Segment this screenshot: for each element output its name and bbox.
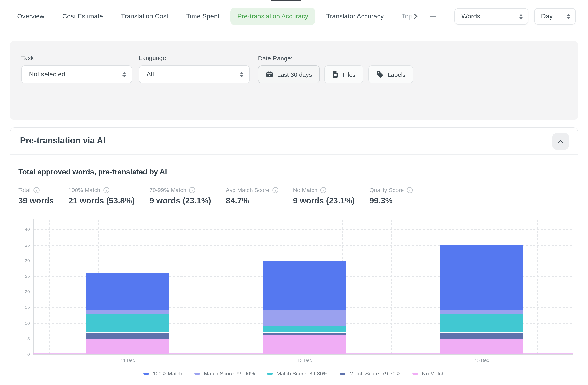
legend-label: Match Score: 99-90% xyxy=(204,370,255,377)
bar-segment xyxy=(86,332,169,339)
x-tick-mark xyxy=(482,354,482,356)
updown-arrows-icon xyxy=(566,13,570,20)
updown-arrows-icon xyxy=(122,71,126,77)
stat-block: 70-99% Match9 words (23.1%) xyxy=(149,187,211,205)
x-axis-line xyxy=(34,354,573,355)
stat-block: Quality Score99.3% xyxy=(369,187,413,205)
legend-label: Match Score: 89-80% xyxy=(277,370,328,377)
task-select-value: Not selected xyxy=(29,71,122,78)
report-tab-bar: Overview Cost Estimate Translation Cost … xyxy=(0,0,588,33)
legend-item[interactable]: Match Score: 99-90% xyxy=(195,370,255,377)
y-tick-label: 30 xyxy=(10,258,30,263)
y-tick-label: 15 xyxy=(10,305,30,310)
legend-item[interactable]: No Match xyxy=(413,370,445,377)
file-icon xyxy=(332,71,338,78)
stat-label: 100% Match xyxy=(68,187,135,193)
bar-segment xyxy=(440,310,524,314)
y-tick-label: 25 xyxy=(10,274,30,278)
stat-value: 84.7% xyxy=(226,196,278,205)
stat-value: 9 words (23.1%) xyxy=(293,196,355,205)
legend-label: Match Score: 79-70% xyxy=(349,370,400,377)
tab-pre-translation-accuracy[interactable]: Pre-translation Accuracy xyxy=(231,8,315,25)
bar-segment xyxy=(440,314,524,332)
y-tick-label: 10 xyxy=(10,321,30,325)
bar-segment xyxy=(86,314,169,332)
stat-value: 21 words (53.8%) xyxy=(68,196,135,205)
task-label: Task xyxy=(21,54,34,61)
tab-top-truncated[interactable]: Top xyxy=(402,13,412,20)
bar-segment xyxy=(263,332,346,335)
stat-block: No Match9 words (23.1%) xyxy=(293,187,355,205)
period-select-value: Day xyxy=(541,13,566,20)
info-icon[interactable] xyxy=(189,187,195,193)
stat-value: 9 words (23.1%) xyxy=(149,196,211,205)
add-tab-icon[interactable] xyxy=(430,13,436,20)
filter-panel: Task Not selected Language All Date Rang… xyxy=(10,41,578,120)
x-tick-label: 11 Dec xyxy=(86,358,169,363)
date-range-button[interactable]: Last 30 days xyxy=(258,65,320,83)
chevron-right-icon[interactable] xyxy=(413,14,419,19)
stat-label: Quality Score xyxy=(369,187,413,193)
v-gridline xyxy=(245,220,245,354)
card-header: Pre-translation via AI xyxy=(10,128,578,155)
chart-legend: 100% MatchMatch Score: 99-90%Match Score… xyxy=(10,370,578,377)
info-icon[interactable] xyxy=(33,187,39,193)
stat-label: 70-99% Match xyxy=(149,187,211,193)
y-tick-label: 20 xyxy=(10,289,30,294)
tab-translation-cost[interactable]: Translation Cost xyxy=(121,13,168,20)
x-tick-label: 15 Dec xyxy=(440,358,524,363)
legend-marker-icon xyxy=(195,373,200,374)
stat-label: Total xyxy=(18,187,54,193)
info-icon[interactable] xyxy=(407,187,413,193)
x-tick-mark xyxy=(128,354,128,356)
stat-block: Avg Match Score84.7% xyxy=(226,187,278,205)
calendar-icon xyxy=(266,71,273,78)
bar-segment xyxy=(86,273,169,310)
bar-segment xyxy=(263,261,346,310)
legend-label: 100% Match xyxy=(153,370,182,377)
tag-icon xyxy=(376,71,383,78)
stat-value: 99.3% xyxy=(369,196,413,205)
y-tick-label: 5 xyxy=(10,336,30,341)
header-selects: Words Day xyxy=(455,8,576,24)
collapse-button[interactable] xyxy=(552,133,569,150)
unit-select[interactable]: Words xyxy=(455,8,528,24)
bar-segment xyxy=(263,310,346,326)
date-range-label: Date Range: xyxy=(258,55,292,62)
v-gridline xyxy=(391,220,391,354)
tab-overview[interactable]: Overview xyxy=(17,13,44,20)
x-tick-label: 13 Dec xyxy=(263,358,346,363)
task-select[interactable]: Not selected xyxy=(21,65,132,83)
legend-item[interactable]: Match Score: 89-80% xyxy=(267,370,328,377)
files-button[interactable]: Files xyxy=(324,65,363,83)
labels-button[interactable]: Labels xyxy=(368,65,413,83)
y-tick-label: 0 xyxy=(10,352,30,357)
info-icon[interactable] xyxy=(272,187,278,193)
language-select[interactable]: All xyxy=(139,65,250,83)
legend-marker-icon xyxy=(413,373,418,374)
v-gridline xyxy=(537,220,538,354)
stats-row: Total39 words100% Match21 words (53.8%)7… xyxy=(18,187,413,205)
bar-segment xyxy=(86,339,169,354)
legend-marker-icon xyxy=(340,373,346,374)
pre-translation-card: Pre-translation via AI Total approved wo… xyxy=(10,128,578,385)
stacked-bar-chart: 051015202530354011 Dec13 Dec15 Dec100% M… xyxy=(10,217,578,385)
legend-item[interactable]: 100% Match xyxy=(143,370,182,377)
tab-cost-estimate[interactable]: Cost Estimate xyxy=(62,13,103,20)
language-label: Language xyxy=(139,54,166,61)
tab-translator-accuracy[interactable]: Translator Accuracy xyxy=(326,13,384,20)
info-icon[interactable] xyxy=(103,187,109,193)
legend-item[interactable]: Match Score: 79-70% xyxy=(340,370,400,377)
updown-arrows-icon xyxy=(519,13,523,20)
v-gridline xyxy=(196,220,196,354)
labels-button-label: Labels xyxy=(387,71,405,78)
period-select[interactable]: Day xyxy=(534,8,576,24)
tabs: Overview Cost Estimate Translation Cost … xyxy=(17,8,412,25)
stat-label: Avg Match Score xyxy=(226,187,278,193)
info-icon[interactable] xyxy=(320,187,326,193)
v-gridline xyxy=(49,220,50,354)
tab-time-spent[interactable]: Time Spent xyxy=(186,13,219,20)
bar-segment xyxy=(440,332,524,339)
bar-segment xyxy=(440,245,524,310)
stat-block: 100% Match21 words (53.8%) xyxy=(68,187,135,205)
